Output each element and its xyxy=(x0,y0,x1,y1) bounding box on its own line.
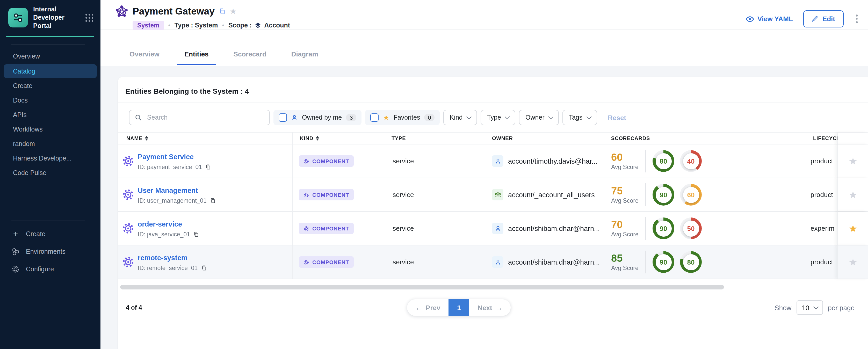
person-icon xyxy=(291,114,298,121)
sidebar-item-random[interactable]: random xyxy=(0,137,100,151)
owned-by-me-checkbox[interactable] xyxy=(279,114,287,122)
dot-separator: • xyxy=(168,22,170,29)
sidebar-item-docs[interactable]: Docs xyxy=(0,93,100,108)
filter-dropdown-type[interactable]: Type xyxy=(481,110,516,125)
avg-score: 60Avg Score xyxy=(611,152,639,170)
favorite-star-icon[interactable]: ★ xyxy=(848,223,857,234)
favorite-title-star-icon[interactable]: ★ xyxy=(230,7,237,16)
filter-dropdown-kind[interactable]: Kind xyxy=(443,110,477,125)
owned-by-me-filter[interactable]: Owned by me 3 xyxy=(274,110,362,125)
prev-page-button[interactable]: ← Prev xyxy=(407,299,448,316)
search-input[interactable] xyxy=(146,114,264,122)
sidebar-item-environments[interactable]: Environments xyxy=(0,243,100,260)
score-divider xyxy=(645,251,646,274)
entity-name-link[interactable]: remote-system xyxy=(138,254,187,262)
right-arrow-icon: → xyxy=(496,304,503,312)
favorites-checkbox[interactable] xyxy=(371,114,379,122)
app-grid-icon[interactable] xyxy=(85,13,94,23)
entity-name-link[interactable]: Payment Service xyxy=(138,153,194,161)
entity-name-link[interactable]: User Management xyxy=(138,187,198,194)
avg-score: 70Avg Score xyxy=(611,219,639,237)
entity-type: service xyxy=(393,191,414,198)
favorite-star-icon[interactable]: ★ xyxy=(848,189,857,200)
column-header-scorecards: SCORECARDS xyxy=(611,135,650,141)
more-options-kebab-icon[interactable] xyxy=(854,13,860,25)
sidebar-divider xyxy=(11,44,85,45)
copy-id-icon[interactable] xyxy=(193,231,199,237)
sidebar-item-create[interactable]: Create xyxy=(0,79,100,93)
horizontal-scrollbar[interactable] xyxy=(120,285,724,289)
sidebar-item-harness-develope-[interactable]: Harness Develope... xyxy=(0,151,100,166)
sidebar-item-create[interactable]: +Create xyxy=(0,225,100,243)
breadcrumb: System • Type : System • Scope : Account xyxy=(132,21,290,30)
sidebar-item-workflows[interactable]: Workflows xyxy=(0,122,100,137)
scorecard-gauge: 90 xyxy=(653,184,674,205)
search-box[interactable] xyxy=(129,110,270,125)
user-icon xyxy=(492,155,503,167)
filter-dropdown-tags[interactable]: Tags xyxy=(563,110,597,125)
copy-id-icon xyxy=(210,197,215,204)
copy-id-icon[interactable] xyxy=(201,265,206,271)
tab-entities[interactable]: Entities xyxy=(177,50,216,66)
filter-bar: Owned by me 3 ★ Favorites 0 KindTypeOwne… xyxy=(118,103,868,132)
harness-logo-icon xyxy=(8,8,28,27)
scorecard-gauge: 80 xyxy=(680,251,702,273)
column-header-name[interactable]: NAME xyxy=(126,135,148,141)
entity-lifecycle: product xyxy=(810,191,833,198)
entity-id: ID: remote_service_01 xyxy=(138,265,206,271)
sidebar-item-overview[interactable]: Overview xyxy=(0,49,100,64)
eye-icon xyxy=(746,16,754,22)
scorecard-gauge: 90 xyxy=(653,218,674,239)
entity-owner: account/shibam.dhar@harn... xyxy=(492,223,600,234)
sidebar-item-catalog[interactable]: Catalog xyxy=(4,64,97,78)
scorecard-gauge: 50 xyxy=(680,218,702,239)
next-page-button[interactable]: Next → xyxy=(469,299,510,316)
entity-type: service xyxy=(393,157,414,165)
component-gear-icon xyxy=(122,222,135,235)
sidebar-item-apis[interactable]: APIs xyxy=(0,108,100,122)
component-gear-icon xyxy=(304,158,309,164)
copy-title-icon[interactable] xyxy=(219,8,225,15)
column-header-kind[interactable]: KIND xyxy=(300,135,319,141)
favorites-count-badge: 0 xyxy=(424,114,435,121)
kind-badge: COMPONENT xyxy=(299,223,354,234)
entity-name-link[interactable]: order-service xyxy=(138,220,182,228)
user-icon xyxy=(492,256,503,268)
copy-id-icon[interactable] xyxy=(205,164,211,170)
reset-filters-button[interactable]: Reset xyxy=(608,114,626,121)
page-size-control: Show 10 per page xyxy=(775,300,855,315)
entity-id: ID: java_service_01 xyxy=(138,231,199,237)
user-icon xyxy=(492,223,503,234)
scope-value: Account xyxy=(264,22,290,29)
tab-diagram[interactable]: Diagram xyxy=(284,50,326,66)
person-icon xyxy=(494,158,501,164)
hexagons-icon xyxy=(11,248,20,256)
sidebar-item-configure[interactable]: Configure xyxy=(0,260,100,278)
view-yaml-button[interactable]: View YAML xyxy=(746,15,793,23)
favorite-star-icon[interactable]: ★ xyxy=(848,256,857,268)
copy-id-icon[interactable] xyxy=(210,197,215,204)
table-row: remote-systemID: remote_service_01COMPON… xyxy=(118,246,868,279)
sort-icon xyxy=(145,136,148,140)
sidebar-item-code-pulse[interactable]: Code Pulse xyxy=(0,166,100,180)
entity-lifecycle: product xyxy=(810,157,833,165)
tab-overview[interactable]: Overview xyxy=(122,50,167,66)
edit-button[interactable]: Edit xyxy=(803,10,843,27)
entity-owner: account/timothy.davis@har... xyxy=(492,155,597,167)
favorite-star-icon[interactable]: ★ xyxy=(848,155,857,167)
entity-gear-icon xyxy=(122,188,135,201)
entity-lifecycle: product xyxy=(810,258,833,266)
type-label: Type : System xyxy=(175,22,218,29)
table-header: NAME KIND TYPE OWNER xyxy=(118,132,868,145)
current-page-button[interactable]: 1 xyxy=(448,299,469,316)
score-divider xyxy=(645,150,646,172)
sticky-favorite-cell: ★ xyxy=(837,212,868,245)
copy-id-icon xyxy=(193,231,199,237)
filter-dropdown-owner[interactable]: Owner xyxy=(519,110,559,125)
scorecard-gauge: 90 xyxy=(653,251,674,273)
chevron-down-icon xyxy=(549,114,554,119)
entity-owner: account/shibam.dhar@harn... xyxy=(492,256,600,268)
page-size-select[interactable]: 10 xyxy=(797,300,823,315)
tab-scorecard[interactable]: Scorecard xyxy=(226,50,274,66)
favorites-filter[interactable]: ★ Favorites 0 xyxy=(365,110,440,125)
